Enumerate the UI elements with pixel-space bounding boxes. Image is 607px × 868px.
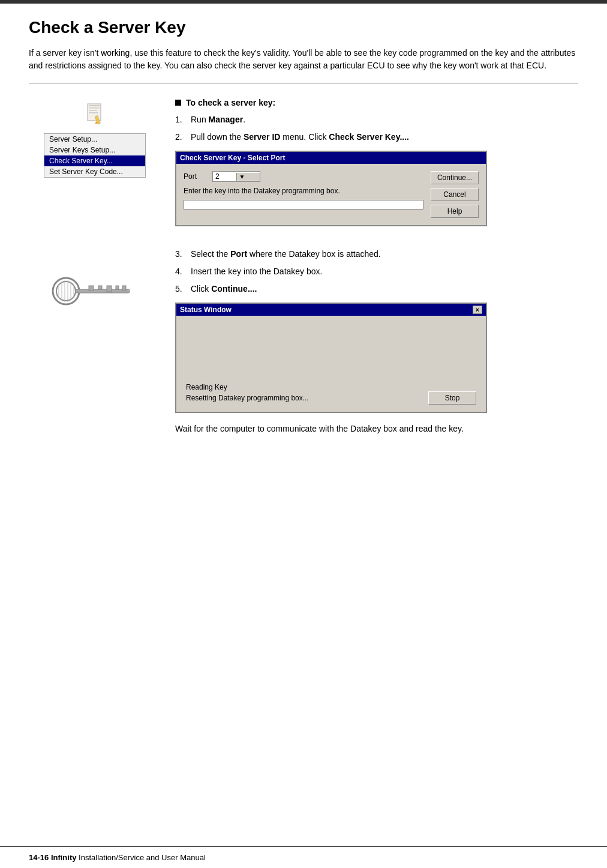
dialog-titlebar: Check Server Key - Select Port (176, 152, 486, 164)
step-1-num: 1. (175, 113, 187, 126)
footer-page-num: 14-16 (29, 853, 49, 862)
status-line-2: Resetting Datakey programming box... (186, 394, 428, 402)
dialog-body: Port 2 ▼ Enter the key into the Datakey … (176, 164, 486, 225)
note-icon (85, 103, 104, 127)
close-button[interactable]: × (473, 306, 482, 314)
step-5-num: 5. (175, 283, 187, 295)
svg-rect-10 (89, 286, 94, 291)
svg-rect-13 (116, 286, 119, 289)
dialog-buttons: Continue... Cancel Help (431, 171, 479, 218)
menu-item-server-keys-setup: Server Keys Setup... (44, 145, 145, 155)
dialog-fields: Port 2 ▼ Enter the key into the Datakey … (184, 171, 423, 218)
step-3-num: 3. (175, 248, 187, 261)
svg-rect-3 (89, 110, 97, 111)
cancel-button[interactable]: Cancel (431, 188, 479, 201)
continue-button[interactable]: Continue... (431, 171, 479, 184)
instruction-heading: To check a server key: (175, 98, 578, 107)
intro-text: If a server key isn't working, use this … (29, 47, 578, 72)
status-content: Reading Key Resetting Datakey programmin… (186, 383, 428, 405)
status-line-1: Reading Key (186, 383, 428, 391)
svg-rect-9 (76, 289, 130, 293)
svg-rect-1 (89, 105, 100, 106)
page-title: Check a Server Key (29, 18, 578, 37)
svg-point-8 (56, 282, 76, 301)
step-4-text: Insert the key into the Datakey box. (191, 265, 578, 278)
check-server-key-dialog: Check Server Key - Select Port Port 2 ▼ (175, 151, 487, 226)
dropdown-arrow-icon: ▼ (236, 173, 260, 181)
svg-rect-11 (98, 286, 102, 289)
status-titlebar: Status Window × (176, 304, 486, 316)
step-1-text: Run Manager. (191, 113, 578, 126)
port-field-row: Port 2 ▼ (184, 171, 423, 182)
step-4-num: 4. (175, 265, 187, 278)
key-illustration (41, 260, 149, 314)
step-3-text: Select the Port where the Datakey box is… (191, 248, 578, 261)
dialog-progress-bar (184, 200, 423, 209)
footer-brand: Infinity (51, 853, 77, 862)
section-divider (29, 83, 578, 83)
status-window-dialog: Status Window × Reading Key Resetting Da… (175, 303, 487, 413)
dialog-info-text: Enter the key into the Datakey programmi… (184, 187, 423, 195)
bullet-icon (175, 100, 181, 106)
menu-mockup: Server Setup... Server Keys Setup... Che… (44, 133, 146, 178)
status-buttons: Stop (428, 391, 476, 405)
menu-item-set-server-key-code: Set Server Key Code... (44, 166, 145, 177)
status-body: Reading Key Resetting Datakey programmin… (176, 316, 486, 412)
step-5-text: Click Continue.... (191, 283, 578, 295)
menu-item-check-server-key: Check Server Key... (44, 155, 145, 166)
svg-rect-2 (89, 107, 100, 109)
svg-rect-4 (89, 112, 98, 113)
port-label: Port (184, 172, 208, 181)
footer-rest: Installation/Service and User Manual (76, 853, 205, 862)
help-button[interactable]: Help (431, 205, 479, 218)
main-section: Server Setup... Server Keys Setup... Che… (29, 98, 578, 447)
svg-rect-14 (122, 286, 126, 291)
svg-rect-12 (107, 286, 112, 292)
step-2-text: Pull down the Server ID menu. Click Chec… (191, 131, 578, 143)
stop-button[interactable]: Stop (428, 391, 476, 405)
step-2-num: 2. (175, 131, 187, 143)
wait-text: Wait for the computer to communicate wit… (175, 423, 578, 435)
menu-item-server-setup: Server Setup... (44, 134, 145, 145)
port-dropdown[interactable]: 2 ▼ (212, 171, 260, 182)
